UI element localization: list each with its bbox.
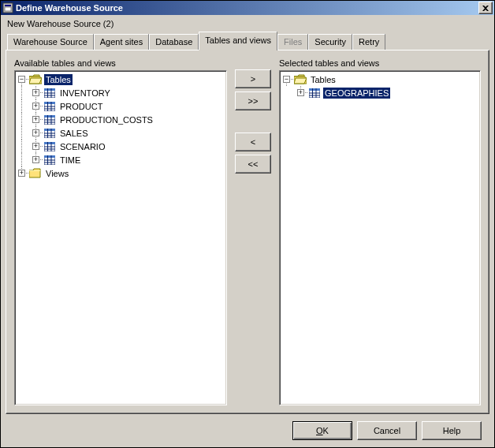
svg-rect-37 <box>44 155 55 158</box>
tree-node-label[interactable]: Tables <box>309 74 337 85</box>
move-all-right-button[interactable]: >> <box>235 91 271 110</box>
tree-node[interactable]: −Tables <box>15 73 226 86</box>
tab-retry[interactable]: Retry <box>352 34 385 50</box>
svg-marker-5 <box>29 78 42 84</box>
expand-icon[interactable]: + <box>32 129 39 136</box>
tree-node-label[interactable]: GEOGRAPHIES <box>323 88 390 99</box>
client-area: New Warehouse Source (2) Warehouse Sourc… <box>1 15 494 447</box>
folder-open-icon <box>294 73 307 86</box>
tree-node[interactable]: −Tables <box>280 73 480 86</box>
svg-rect-25 <box>44 129 55 131</box>
tree-node-label[interactable]: PRODUCTION_COSTS <box>58 114 154 125</box>
expand-icon[interactable]: + <box>32 103 39 110</box>
collapse-icon[interactable]: − <box>283 76 290 83</box>
tab-warehouse-source[interactable]: Warehouse Source <box>7 34 94 50</box>
svg-rect-2 <box>5 7 11 11</box>
tree-node-label[interactable]: TIME <box>58 155 82 166</box>
svg-rect-7 <box>44 88 55 91</box>
table-icon <box>308 87 321 99</box>
dialog-subtitle: New Warehouse Source (2) <box>6 16 489 33</box>
tree-node[interactable]: +SCENARIO <box>15 140 226 153</box>
table-icon <box>43 127 56 140</box>
selected-label: Selected tables and views <box>279 58 481 68</box>
cancel-button[interactable]: Cancel <box>357 421 417 440</box>
move-left-button[interactable]: < <box>235 133 271 151</box>
app-icon <box>2 2 13 13</box>
move-right-button[interactable]: > <box>235 69 271 88</box>
expand-icon[interactable]: + <box>32 116 39 123</box>
tree-node[interactable]: +PRODUCT <box>15 99 226 113</box>
svg-marker-42 <box>29 169 40 177</box>
tab-strip: Warehouse SourceAgent sitesDatabaseTable… <box>6 33 489 50</box>
tab-agent-sites[interactable]: Agent sites <box>94 34 149 50</box>
tree-node-label[interactable]: INVENTORY <box>58 88 112 99</box>
dialog-define-warehouse-source: Define Warehouse Source New Warehouse So… <box>0 0 495 448</box>
available-label: Available tables and views <box>14 58 227 68</box>
svg-marker-46 <box>294 78 307 84</box>
tab-database[interactable]: Database <box>149 34 199 50</box>
tree-node[interactable]: +GEOGRAPHIES <box>280 86 480 99</box>
tab-tables-and-views[interactable]: Tables and views <box>199 32 277 50</box>
collapse-icon[interactable]: − <box>18 76 25 83</box>
dialog-footer: OK Cancel Help <box>6 414 489 447</box>
folder-closed-icon <box>29 167 42 180</box>
tab-panel-tables-and-views: Available tables and views −Tables+INVEN… <box>6 50 489 414</box>
tree-node-label[interactable]: Views <box>44 168 70 179</box>
ok-button[interactable]: OK <box>292 421 352 440</box>
expand-icon[interactable]: + <box>32 143 39 150</box>
window-title: Define Warehouse Source <box>16 3 477 13</box>
expand-icon[interactable]: + <box>32 156 39 163</box>
svg-rect-43 <box>29 170 40 171</box>
tree-node[interactable]: +TIME <box>15 153 226 166</box>
move-all-left-button[interactable]: << <box>235 155 271 174</box>
svg-rect-19 <box>44 115 55 118</box>
expand-icon[interactable]: + <box>32 89 39 96</box>
tab-security[interactable]: Security <box>308 34 352 50</box>
svg-rect-48 <box>309 88 320 91</box>
tree-node[interactable]: +INVENTORY <box>15 86 226 99</box>
tree-node-label[interactable]: PRODUCT <box>58 101 104 112</box>
tree-node-label[interactable]: SALES <box>58 128 89 139</box>
available-column: Available tables and views −Tables+INVEN… <box>14 58 227 405</box>
tree-node[interactable]: +PRODUCTION_COSTS <box>15 113 226 126</box>
folder-open-icon <box>29 73 42 86</box>
tree-node-label[interactable]: SCENARIO <box>58 141 106 152</box>
expand-icon[interactable]: + <box>18 170 25 177</box>
close-button[interactable] <box>478 2 493 14</box>
tree-node[interactable]: +SALES <box>15 126 226 140</box>
svg-rect-1 <box>5 5 11 6</box>
table-icon <box>43 100 56 113</box>
svg-rect-31 <box>44 142 55 144</box>
table-icon <box>43 114 56 126</box>
expand-icon[interactable]: + <box>297 89 304 96</box>
selected-column: Selected tables and views −Tables+GEOGRA… <box>279 58 481 405</box>
move-buttons-column: > >> < << <box>233 58 273 405</box>
selected-tree: −Tables+GEOGRAPHIES <box>280 73 480 99</box>
tree-node[interactable]: +Views <box>15 166 226 180</box>
help-button[interactable]: Help <box>422 421 482 440</box>
tree-node-label[interactable]: Tables <box>44 74 73 85</box>
table-icon <box>43 154 56 166</box>
table-icon <box>43 87 56 99</box>
svg-rect-13 <box>44 102 55 104</box>
tab-files: Files <box>277 34 308 50</box>
table-icon <box>43 140 56 153</box>
selected-tree-well[interactable]: −Tables+GEOGRAPHIES <box>279 70 481 405</box>
available-tree: −Tables+INVENTORY+PRODUCT+PRODUCTION_COS… <box>15 73 226 180</box>
title-bar: Define Warehouse Source <box>1 1 494 15</box>
available-tree-well[interactable]: −Tables+INVENTORY+PRODUCT+PRODUCTION_COS… <box>14 70 227 405</box>
